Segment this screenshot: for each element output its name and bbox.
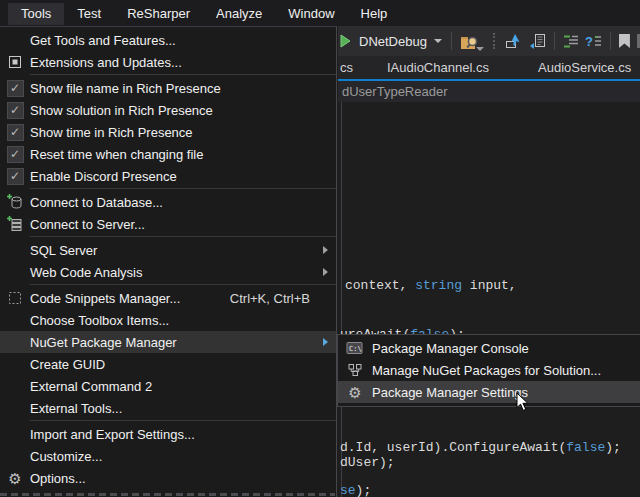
document-tab-strip: csIAudioChannel.csAudioService.cs	[338, 56, 640, 81]
menu-item-customize[interactable]: Customize...	[0, 445, 336, 467]
menu-item-show-solution-in-rich-presence[interactable]: ✓Show solution in Rich Presence	[0, 99, 336, 121]
menu-item-get-tools-and-features[interactable]: Get Tools and Features...	[0, 29, 336, 51]
mouse-cursor-icon	[516, 392, 529, 415]
database-add-icon	[7, 194, 23, 210]
menu-item-label: External Tools...	[30, 401, 320, 416]
menu-icon-gutter	[0, 54, 30, 70]
menu-item-extensions-and-updates[interactable]: Extensions and Updates...	[0, 51, 336, 73]
breadcrumb[interactable]: dUserTypeReader	[342, 84, 448, 99]
vs-window: ToolsTestReSharperAnalyzeWindowHelp DNet…	[0, 0, 640, 497]
menu-item-options[interactable]: ⚙Options...	[0, 467, 336, 489]
checkmark-icon: ✓	[7, 102, 24, 119]
menu-item-show-file-name-in-rich-presence[interactable]: ✓Show file name in Rich Presence	[0, 77, 336, 99]
menu-icon-gutter	[338, 362, 372, 378]
menu-item-code-snippets-manager[interactable]: Code Snippets Manager...Ctrl+K, Ctrl+B	[0, 287, 336, 309]
menu-item-manage-nuget-packages-for-solution[interactable]: Manage NuGet Packages for Solution...	[338, 359, 640, 381]
menubar-item-tools[interactable]: Tools	[8, 3, 64, 25]
editor-margin-line	[341, 102, 342, 497]
menu-icon-gutter: ✓	[0, 102, 30, 119]
menu-item-nuget-package-manager[interactable]: NuGet Package Manager	[0, 331, 336, 353]
menu-bar: ToolsTestReSharperAnalyzeWindowHelp	[0, 0, 640, 26]
menu-icon-gutter: ✓	[0, 146, 30, 163]
menubar-item-help[interactable]: Help	[348, 3, 401, 25]
document-tab[interactable]: AudioService.cs	[538, 60, 631, 75]
menu-item-label: Reset time when changing file	[30, 147, 320, 162]
menu-icon-gutter: ✓	[0, 80, 30, 97]
menu-item-show-time-in-rich-presence[interactable]: ✓Show time in Rich Presence	[0, 121, 336, 143]
menubar-item-resharper[interactable]: ReSharper	[114, 3, 203, 25]
menu-item-import-and-export-settings[interactable]: Import and Export Settings...	[0, 423, 336, 445]
format-help-icon[interactable]: ?	[585, 33, 602, 49]
submenu-arrow-icon	[320, 246, 336, 254]
find-in-files-icon[interactable]	[460, 33, 480, 50]
menubar-item-window[interactable]: Window	[275, 3, 347, 25]
menu-separator	[30, 284, 336, 285]
server-add-icon	[7, 216, 23, 232]
document-tab[interactable]: IAudioChannel.cs	[387, 60, 489, 75]
menu-item-choose-toolbox-items[interactable]: Choose Toolbox Items...	[0, 309, 336, 331]
nuget-submenu-popup: C:\Package Manager ConsoleManage NuGet P…	[337, 334, 640, 407]
play-icon[interactable]	[339, 34, 352, 48]
menubar-item-analyze[interactable]: Analyze	[203, 3, 275, 25]
copy-document-icon[interactable]	[529, 33, 546, 49]
menu-icon-gutter: ⚙	[0, 471, 30, 486]
snippets-icon	[7, 290, 23, 306]
submenu-arrow-icon	[320, 338, 336, 346]
menu-item-label: Manage NuGet Packages for Solution...	[372, 363, 624, 378]
checkmark-icon: ✓	[7, 146, 24, 163]
menu-separator	[30, 74, 336, 75]
menu-icon-gutter: ✓	[0, 124, 30, 141]
editor-navigation-bar[interactable]: dUserTypeReader	[338, 81, 640, 102]
run-config-label[interactable]: DNetDebug	[359, 34, 427, 49]
code-segment: false	[566, 440, 605, 455]
menu-item-label: Options...	[30, 471, 320, 486]
menu-item-package-manager-settings[interactable]: ⚙Package Manager Settings	[338, 381, 640, 403]
gear-icon: ⚙	[348, 385, 361, 400]
console-icon: C:\	[346, 341, 364, 355]
menu-item-web-code-analysis[interactable]: Web Code Analysis	[0, 261, 336, 283]
toolbar-separator	[451, 32, 452, 50]
menu-item-label: Create GUID	[30, 357, 320, 372]
find-dropdown-chevron[interactable]	[476, 47, 484, 51]
toolbar-drag-handle[interactable]	[493, 33, 497, 49]
menu-item-label: Code Snippets Manager...	[30, 291, 230, 306]
menu-item-label: Import and Export Settings...	[30, 427, 320, 442]
menu-icon-gutter	[0, 194, 30, 210]
indent-lines-icon[interactable]	[563, 33, 579, 49]
menu-item-create-guid[interactable]: Create GUID	[0, 353, 336, 375]
menu-item-label: Show file name in Rich Presence	[30, 81, 320, 96]
checkmark-icon: ✓	[7, 124, 24, 141]
menu-item-reset-time-when-changing-file[interactable]: ✓Reset time when changing file	[0, 143, 336, 165]
menu-item-connect-to-database[interactable]: Connect to Database...	[0, 191, 336, 213]
code-line: se);	[340, 483, 371, 497]
menu-item-label: Extensions and Updates...	[30, 55, 320, 70]
svg-text:?: ?	[585, 34, 593, 49]
menubar-item-test[interactable]: Test	[64, 3, 114, 25]
svg-text:C:\: C:\	[349, 345, 362, 353]
menu-icon-gutter	[0, 290, 30, 306]
run-config-dropdown-chevron[interactable]	[434, 39, 442, 43]
menu-item-external-tools[interactable]: External Tools...	[0, 397, 336, 419]
menu-item-label: Get Tools and Features...	[30, 33, 320, 48]
menu-item-label: NuGet Package Manager	[30, 335, 320, 350]
tools-menu-popup: Get Tools and Features...Extensions and …	[0, 26, 337, 497]
nuget-packages-icon	[347, 362, 363, 378]
bookmark-icon[interactable]	[619, 34, 630, 48]
menu-item-label: SQL Server	[30, 243, 320, 258]
navigate-cursor-icon[interactable]	[505, 33, 523, 49]
menu-item-enable-discord-presence[interactable]: ✓Enable Discord Presence	[0, 165, 336, 187]
menu-item-package-manager-console[interactable]: C:\Package Manager Console	[338, 337, 640, 359]
menu-item-shortcut: Ctrl+K, Ctrl+B	[230, 291, 310, 306]
menu-item-sql-server[interactable]: SQL Server	[0, 239, 336, 261]
menu-separator	[30, 188, 336, 189]
menu-item-external-command-2[interactable]: External Command 2	[0, 375, 336, 397]
menu-icon-gutter	[0, 216, 30, 232]
submenu-arrow-icon	[320, 268, 336, 276]
menu-item-label: Show time in Rich Presence	[30, 125, 320, 140]
menu-item-connect-to-server[interactable]: Connect to Server...	[0, 213, 336, 235]
code-line: context, string input,	[345, 278, 517, 293]
document-tab[interactable]: cs	[340, 60, 353, 75]
gear-icon: ⚙	[8, 471, 21, 486]
code-segment: );	[356, 483, 372, 497]
menu-icon-gutter: ✓	[0, 168, 30, 185]
